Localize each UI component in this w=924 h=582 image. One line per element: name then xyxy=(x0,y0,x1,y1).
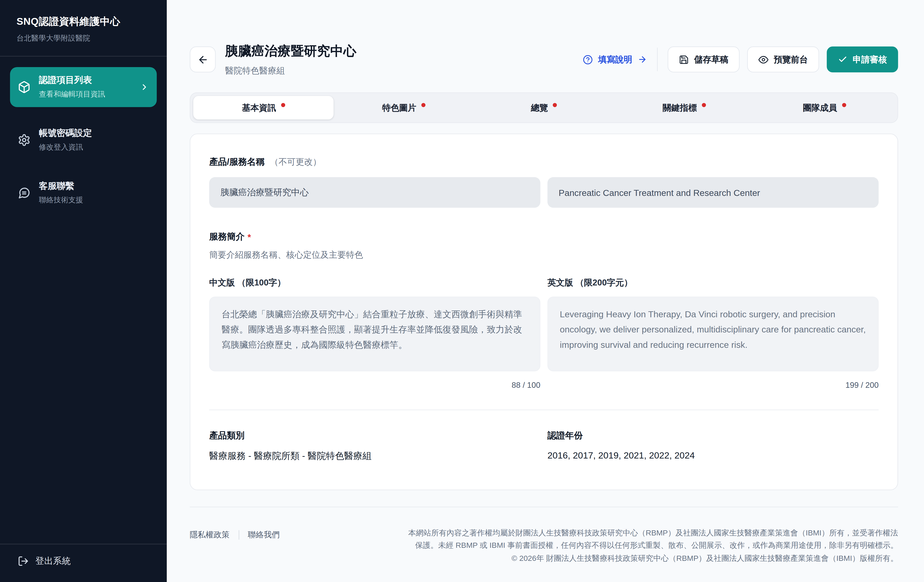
basic-info-card: 產品/服務名稱 （不可更改） 胰臟癌治療暨研究中心 Pancreatic Can… xyxy=(190,133,898,490)
en-version-label: 英文版 （限200字元） xyxy=(547,277,878,288)
zh-version-label: 中文版 （限100字） xyxy=(209,277,540,288)
unsaved-dot xyxy=(701,103,706,107)
product-name-zh-field: 胰臟癌治療暨研究中心 xyxy=(209,177,540,208)
sidebar-item-label: 客服聯繫 xyxy=(39,181,83,192)
sidebar-nav: 認證項目列表 查看和編輯項目資訊 帳號密碼設定 修改登入資訊 xyxy=(0,56,167,213)
header-divider xyxy=(657,48,658,71)
en-char-counter: 199 / 200 xyxy=(547,381,878,390)
cert-years-value: 2016, 2017, 2019, 2021, 2022, 2024 xyxy=(547,450,878,461)
tab-label: 團隊成員 xyxy=(803,102,837,113)
tab-key-metrics[interactable]: 關鍵指標 xyxy=(614,96,754,120)
card-divider xyxy=(209,409,879,410)
cert-years-label: 認證年份 xyxy=(547,430,878,441)
tab-label: 總覽 xyxy=(531,102,548,113)
tab-label: 特色圖片 xyxy=(382,102,416,113)
intro-en-textarea[interactable]: Leveraging Heavy Ion Therapy, Da Vinci r… xyxy=(547,296,878,372)
chevron-right-icon xyxy=(140,82,149,92)
submit-review-label: 申請審核 xyxy=(853,54,887,65)
tab-basic-info[interactable]: 基本資訊 xyxy=(193,96,334,120)
copyright-line: 保護。未經 RBMP 或 IBMI 事前書面授權，任何內容不得以任何形式重製、散… xyxy=(408,539,898,552)
tab-label: 基本資訊 xyxy=(242,102,276,113)
sidebar-item-sublabel: 查看和編輯項目資訊 xyxy=(39,89,105,100)
check-icon xyxy=(838,55,847,64)
copyright-line: 本網站所有內容之著作權均屬於財團法人生技醫療科技政策研究中心（RBMP）及社團法… xyxy=(408,527,898,539)
main-content: 胰臟癌治療暨研究中心 醫院特色醫療組 填寫說明 xyxy=(167,0,924,582)
unsaved-dot xyxy=(421,103,425,107)
logout-label: 登出系統 xyxy=(35,556,71,567)
sidebar-item-support[interactable]: 客服聯繫 聯絡技術支援 xyxy=(10,173,157,213)
tab-label: 關鍵指標 xyxy=(663,102,697,113)
help-circle-icon xyxy=(583,54,593,64)
chat-bubble-icon xyxy=(18,186,31,199)
intro-zh-textarea[interactable]: 台北榮總「胰臟癌治療及研究中心」結合重粒子放療、達文西微創手術與精準醫療。團隊透… xyxy=(209,296,540,372)
unsaved-dot xyxy=(281,103,285,107)
package-icon xyxy=(18,81,31,94)
immutable-note: （不可更改） xyxy=(270,156,321,168)
save-draft-button[interactable]: 儲存草稿 xyxy=(668,46,740,72)
sidebar-item-label: 認證項目列表 xyxy=(39,75,105,86)
product-category-value: 醫療服務 - 醫療院所類 - 醫院特色醫療組 xyxy=(209,450,540,462)
product-category-label: 產品類別 xyxy=(209,430,540,441)
unsaved-dot xyxy=(842,103,846,107)
tab-feature-images[interactable]: 特色圖片 xyxy=(333,96,474,120)
product-name-label: 產品/服務名稱 （不可更改） xyxy=(209,156,879,168)
contact-us-link[interactable]: 聯絡我們 xyxy=(248,529,280,540)
arrow-right-icon xyxy=(638,55,647,64)
logout-button[interactable]: 登出系統 xyxy=(0,544,167,582)
footer-links-divider xyxy=(238,530,239,540)
save-icon xyxy=(679,54,689,64)
preview-button[interactable]: 預覽前台 xyxy=(747,46,819,72)
product-name-en-field: Pancreatic Cancer Treatment and Research… xyxy=(547,177,878,208)
service-intro-label: 服務簡介 * xyxy=(209,232,879,242)
save-draft-label: 儲存草稿 xyxy=(694,54,729,65)
required-asterisk: * xyxy=(248,232,251,242)
privacy-policy-link[interactable]: 隱私權政策 xyxy=(190,529,229,540)
sidebar-item-sublabel: 聯絡技術支援 xyxy=(39,195,83,206)
sidebar: SNQ認證資料維護中心 台北醫學大學附設醫院 認證項目列表 查看和編輯項目資訊 xyxy=(0,0,167,582)
submit-review-button[interactable]: 申請審核 xyxy=(827,46,898,72)
tab-team-members[interactable]: 團隊成員 xyxy=(754,96,895,120)
gear-icon xyxy=(18,133,31,146)
copyright-line: © 2026年 財團法人生技醫療科技政策研究中心（RBMP）及社團法人國家生技醫… xyxy=(408,552,898,564)
app-window: SNQ認證資料維護中心 台北醫學大學附設醫院 認證項目列表 查看和編輯項目資訊 xyxy=(0,0,924,582)
eye-icon xyxy=(759,54,769,64)
sidebar-header: SNQ認證資料維護中心 台北醫學大學附設醫院 xyxy=(0,0,167,56)
tab-overview[interactable]: 總覽 xyxy=(474,96,614,120)
app-title: SNQ認證資料維護中心 xyxy=(16,15,150,28)
help-link-label: 填寫說明 xyxy=(598,54,632,65)
unsaved-dot xyxy=(553,103,557,107)
sidebar-item-account-settings[interactable]: 帳號密碼設定 修改登入資訊 xyxy=(10,120,157,160)
zh-char-counter: 88 / 100 xyxy=(209,381,540,390)
hospital-name: 台北醫學大學附設醫院 xyxy=(16,33,150,44)
service-intro-desc: 簡要介紹服務名稱、核心定位及主要特色 xyxy=(209,250,879,261)
page-subtitle: 醫院特色醫療組 xyxy=(225,66,356,77)
logout-icon xyxy=(18,556,29,567)
page-header: 胰臟癌治療暨研究中心 醫院特色醫療組 填寫說明 xyxy=(190,42,898,77)
arrow-left-icon xyxy=(197,54,208,65)
tab-bar: 基本資訊 特色圖片 總覽 關鍵指標 團隊成員 xyxy=(190,92,898,123)
copyright-text: 本網站所有內容之著作權均屬於財團法人生技醫療科技政策研究中心（RBMP）及社團法… xyxy=(408,527,898,564)
sidebar-item-label: 帳號密碼設定 xyxy=(39,128,92,139)
sidebar-item-sublabel: 修改登入資訊 xyxy=(39,143,92,153)
preview-label: 預覽前台 xyxy=(774,54,808,65)
help-link[interactable]: 填寫說明 xyxy=(583,54,647,65)
page-title: 胰臟癌治療暨研究中心 xyxy=(225,42,356,60)
page-footer: 隱私權政策 聯絡我們 本網站所有內容之著作權均屬於財團法人生技醫療科技政策研究中… xyxy=(190,507,898,582)
back-button[interactable] xyxy=(190,46,216,72)
sidebar-item-cert-projects[interactable]: 認證項目列表 查看和編輯項目資訊 xyxy=(10,67,157,107)
